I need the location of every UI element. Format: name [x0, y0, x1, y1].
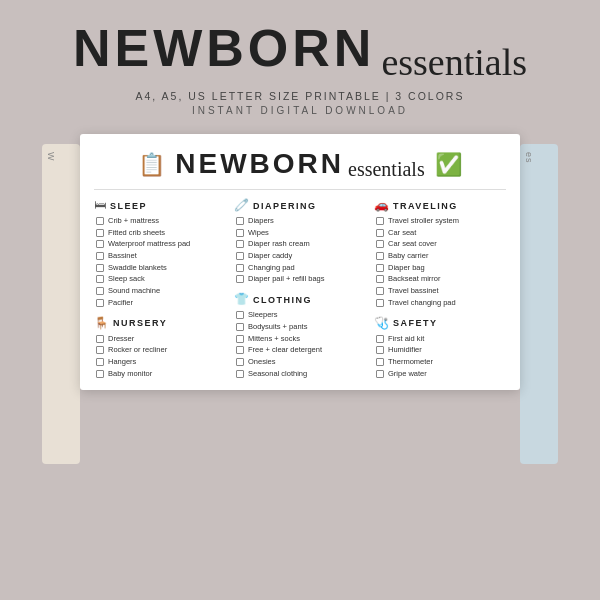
list-item: Travel bassinet	[374, 286, 506, 296]
section-header-diapering: 🧷 DIAPERING	[234, 198, 366, 213]
item-label: Gripe water	[388, 369, 427, 379]
list-item: Fitted crib sheets	[94, 228, 226, 238]
checkbox[interactable]	[236, 275, 244, 283]
item-label: Wipes	[248, 228, 269, 238]
checkbox[interactable]	[96, 264, 104, 272]
checkbox[interactable]	[376, 335, 384, 343]
checkbox[interactable]	[236, 323, 244, 331]
checkbox[interactable]	[96, 299, 104, 307]
list-item: Baby monitor	[94, 369, 226, 379]
list-item: Diapers	[234, 216, 366, 226]
checkbox[interactable]	[236, 335, 244, 343]
list-item: Diaper caddy	[234, 251, 366, 261]
checkbox[interactable]	[96, 335, 104, 343]
subtitle2: INSTANT DIGITAL DOWNLOAD	[73, 105, 527, 116]
section-title-traveling: TRAVELING	[393, 201, 458, 211]
checkbox[interactable]	[376, 275, 384, 283]
card-header: 📋 NEWBORNessentials ✅	[94, 148, 506, 181]
item-label: Bodysuits + pants	[248, 322, 307, 332]
list-item: Onesies	[234, 357, 366, 367]
checkbox[interactable]	[96, 370, 104, 378]
list-item: Thermometer	[374, 357, 506, 367]
checkbox[interactable]	[376, 358, 384, 366]
item-label: Diaper pail + refill bags	[248, 274, 325, 284]
item-label: Dresser	[108, 334, 134, 344]
checkbox[interactable]	[236, 229, 244, 237]
card-title-block: NEWBORNessentials	[175, 148, 424, 181]
side-card-left-text: W	[42, 144, 60, 170]
checkbox[interactable]	[96, 252, 104, 260]
item-label: Rocker or recliner	[108, 345, 167, 355]
checkbox[interactable]	[376, 287, 384, 295]
checkbox[interactable]	[236, 358, 244, 366]
item-label: Diaper rash cream	[248, 239, 310, 249]
checkbox[interactable]	[96, 358, 104, 366]
list-item: Wipes	[234, 228, 366, 238]
card-title: NEWBORN	[175, 148, 344, 180]
checkbox[interactable]	[236, 252, 244, 260]
list-item: Car seat	[374, 228, 506, 238]
list-item: Free + clear detergent	[234, 345, 366, 355]
list-item: Baby carrier	[374, 251, 506, 261]
item-label: Seasonal clothing	[248, 369, 307, 379]
checkbox[interactable]	[96, 346, 104, 354]
checkbox[interactable]	[236, 217, 244, 225]
item-label: Travel changing pad	[388, 298, 456, 308]
side-card-left: W	[42, 144, 80, 464]
subtitle: A4, A5, US LETTER SIZE PRINTABLE | 3 COL…	[73, 90, 527, 102]
list-item: Mittens + socks	[234, 334, 366, 344]
item-label: Thermometer	[388, 357, 433, 367]
column-2: 🧷 DIAPERING Diapers Wipes Diaper rash cr…	[234, 198, 366, 380]
checkbox[interactable]	[376, 240, 384, 248]
list-item: Swaddle blankets	[94, 263, 226, 273]
checkbox[interactable]	[236, 311, 244, 319]
card-divider	[94, 189, 506, 190]
column-3: 🚗 TRAVELING Travel stroller system Car s…	[374, 198, 506, 380]
checkbox[interactable]	[96, 275, 104, 283]
list-item: Sleepers	[234, 310, 366, 320]
section-title-diapering: DIAPERING	[253, 201, 317, 211]
cards-row: W 📋 NEWBORNessentials ✅ 🛏 SL	[0, 134, 600, 464]
list-item: Hangers	[94, 357, 226, 367]
checkbox[interactable]	[96, 217, 104, 225]
section-title-clothing: CLOTHING	[253, 295, 312, 305]
item-label: Car seat	[388, 228, 416, 238]
header-title: NEWBORN	[73, 22, 375, 74]
section-header-clothing: 👕 CLOTHING	[234, 292, 366, 307]
card-title-cursive: essentials	[348, 158, 425, 180]
checkbox[interactable]	[96, 229, 104, 237]
list-item: Travel changing pad	[374, 298, 506, 308]
item-label: Hangers	[108, 357, 136, 367]
item-label: Diaper bag	[388, 263, 425, 273]
item-label: First aid kit	[388, 334, 424, 344]
item-label: Baby carrier	[388, 251, 428, 261]
checkbox[interactable]	[376, 370, 384, 378]
item-label: Baby monitor	[108, 369, 152, 379]
checkbox[interactable]	[236, 346, 244, 354]
section-header-safety: 🩺 SAFETY	[374, 316, 506, 331]
checkbox[interactable]	[96, 240, 104, 248]
list-item: Diaper bag	[374, 263, 506, 273]
list-item: Bassinet	[94, 251, 226, 261]
section-header-traveling: 🚗 TRAVELING	[374, 198, 506, 213]
diapering-icon: 🧷	[234, 198, 249, 213]
checkbox[interactable]	[376, 229, 384, 237]
checkbox[interactable]	[236, 370, 244, 378]
sleep-icon: 🛏	[94, 198, 106, 213]
checkbox[interactable]	[376, 299, 384, 307]
item-label: Mittens + socks	[248, 334, 300, 344]
checkbox[interactable]	[376, 264, 384, 272]
item-label: Pacifier	[108, 298, 133, 308]
header-cursive: essentials	[381, 41, 527, 83]
item-label: Backseat mirror	[388, 274, 441, 284]
item-label: Swaddle blankets	[108, 263, 167, 273]
checkbox[interactable]	[376, 217, 384, 225]
checkbox[interactable]	[96, 287, 104, 295]
checkbox[interactable]	[236, 240, 244, 248]
item-label: Changing pad	[248, 263, 295, 273]
checkbox[interactable]	[376, 252, 384, 260]
checkbox[interactable]	[236, 264, 244, 272]
checkbox[interactable]	[376, 346, 384, 354]
list-item: Rocker or recliner	[94, 345, 226, 355]
item-label: Free + clear detergent	[248, 345, 322, 355]
